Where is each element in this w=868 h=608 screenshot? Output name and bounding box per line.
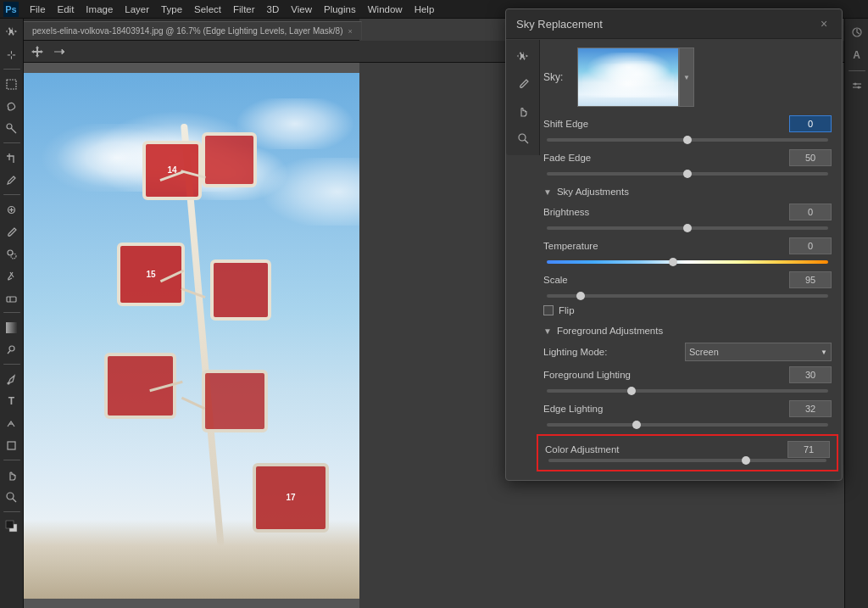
brightness-value[interactable]: 0 [789, 204, 832, 220]
document-tab[interactable]: pexels-elina-volkova-18403914.jpg @ 16.7… [24, 21, 362, 40]
shift-edge-value[interactable]: 0 [789, 115, 832, 132]
foreground-adjustments-header[interactable]: ▼ Foreground Adjustments [543, 326, 832, 336]
dodge-tool[interactable] [2, 339, 22, 360]
menu-file[interactable]: File [24, 3, 52, 16]
svg-point-26 [857, 86, 860, 89]
fade-edge-value[interactable]: 50 [789, 149, 832, 166]
brightness-thumb[interactable] [683, 224, 692, 232]
scale-thumb[interactable] [576, 292, 585, 300]
dialog-move-tool[interactable] [511, 45, 535, 69]
temperature-value[interactable]: 0 [789, 237, 832, 254]
app-logo: Ps [3, 2, 19, 17]
dialog-titlebar: Sky Replacement × [506, 9, 842, 39]
edge-lighting-thumb[interactable] [632, 421, 641, 429]
shape-tool[interactable] [2, 435, 22, 455]
menu-image[interactable]: Image [80, 3, 119, 16]
tab-bar: pexels-elina-volkova-18403914.jpg @ 16.7… [24, 19, 359, 41]
gradient-tool[interactable] [2, 317, 22, 337]
separator-6 [3, 460, 20, 460]
foreground-adjustments-title: Foreground Adjustments [557, 326, 663, 336]
menu-view[interactable]: View [285, 3, 318, 16]
lighting-mode-select[interactable]: Screen ▼ [685, 343, 832, 361]
scale-label: Scale [543, 275, 786, 285]
fade-edge-row: Fade Edge 50 [543, 149, 832, 166]
align-options[interactable] [53, 45, 66, 59]
scale-track[interactable] [547, 294, 828, 298]
crop-tool[interactable] [2, 148, 22, 168]
brightness-track[interactable] [547, 226, 828, 230]
menu-select[interactable]: Select [188, 3, 227, 16]
adjustments-panel-icon[interactable] [847, 76, 867, 97]
magic-wand-tool[interactable] [2, 118, 22, 138]
menu-layer[interactable]: Layer [119, 3, 155, 16]
shift-edge-track[interactable] [547, 138, 828, 142]
flip-checkbox[interactable] [543, 305, 554, 315]
dialog-title: Sky Replacement [516, 18, 603, 31]
foreground-lighting-track[interactable] [547, 389, 828, 393]
dialog-close-button[interactable]: × [816, 16, 832, 31]
lasso-tool[interactable] [2, 96, 22, 116]
path-tool[interactable] [2, 413, 22, 433]
color-adjustment-track[interactable] [548, 459, 826, 462]
menu-3d[interactable]: 3D [261, 3, 286, 16]
move-tool[interactable] [2, 22, 22, 42]
foreground-lighting-slider[interactable] [543, 389, 832, 393]
dialog-brush-tool[interactable] [511, 72, 535, 96]
artboard-tool[interactable]: ⊹ [2, 44, 22, 64]
zoom-tool[interactable] [2, 487, 22, 507]
svg-line-12 [8, 350, 10, 354]
temperature-thumb[interactable] [669, 258, 677, 266]
fade-edge-track[interactable] [547, 172, 828, 176]
temperature-track[interactable] [547, 260, 828, 264]
menu-edit[interactable]: Edit [52, 3, 81, 16]
hand-tool[interactable] [2, 465, 22, 485]
lighting-mode-value: Screen [689, 347, 719, 357]
lighting-mode-dropdown-icon: ▼ [821, 349, 827, 356]
menu-plugins[interactable]: Plugins [318, 3, 362, 16]
edge-lighting-row: Edge Lighting 32 [543, 400, 832, 417]
menu-filter[interactable]: Filter [227, 3, 261, 16]
sky-adjustments-header[interactable]: ▼ Sky Adjustments [543, 187, 832, 197]
edge-lighting-track[interactable] [547, 423, 828, 427]
menu-help[interactable]: Help [409, 3, 441, 16]
shift-edge-thumb[interactable] [683, 136, 692, 144]
clone-tool[interactable] [2, 243, 22, 264]
scale-value[interactable]: 95 [789, 271, 832, 288]
temperature-slider[interactable] [543, 260, 832, 264]
svg-rect-10 [6, 322, 17, 333]
sky-dropdown-button[interactable]: ▼ [679, 47, 694, 107]
heal-tool[interactable] [2, 199, 22, 220]
fade-edge-slider[interactable] [543, 172, 832, 176]
dialog-hand-tool[interactable] [511, 99, 535, 123]
menu-type[interactable]: Type [155, 3, 188, 16]
sky-thumbnail[interactable] [577, 47, 679, 107]
eyedropper-tool[interactable] [2, 170, 22, 190]
history-brush-tool[interactable] [2, 265, 22, 286]
shift-edge-slider[interactable] [543, 138, 832, 142]
brush-tool[interactable] [2, 221, 22, 242]
pen-tool[interactable] [2, 369, 22, 389]
scale-slider[interactable] [543, 294, 832, 298]
document-canvas: 14 15 17 [24, 73, 359, 599]
marquee-tool[interactable] [2, 74, 22, 94]
svg-rect-14 [8, 442, 15, 449]
color-adjustment-value[interactable]: 71 [787, 441, 830, 458]
character-panel-icon[interactable]: A [847, 45, 867, 65]
foreground-color[interactable] [2, 516, 22, 537]
foreground-lighting-thumb[interactable] [627, 387, 636, 395]
history-panel-icon[interactable] [847, 22, 867, 42]
fade-edge-thumb[interactable] [683, 170, 692, 178]
brightness-slider[interactable] [543, 226, 832, 230]
text-tool[interactable]: T [2, 391, 22, 411]
color-adjustment-thumb[interactable] [742, 456, 750, 465]
foreground-lighting-value[interactable]: 30 [789, 366, 832, 383]
edge-lighting-value[interactable]: 32 [789, 400, 832, 417]
right-toolbar: A [844, 19, 868, 608]
edge-lighting-slider[interactable] [543, 423, 832, 427]
dialog-zoom-tool[interactable] [511, 126, 535, 150]
tab-close-icon[interactable]: × [348, 27, 352, 36]
color-adjustment-slider[interactable] [545, 459, 830, 462]
eraser-tool[interactable] [2, 287, 22, 308]
menu-window[interactable]: Window [362, 3, 409, 16]
svg-point-13 [8, 382, 9, 384]
